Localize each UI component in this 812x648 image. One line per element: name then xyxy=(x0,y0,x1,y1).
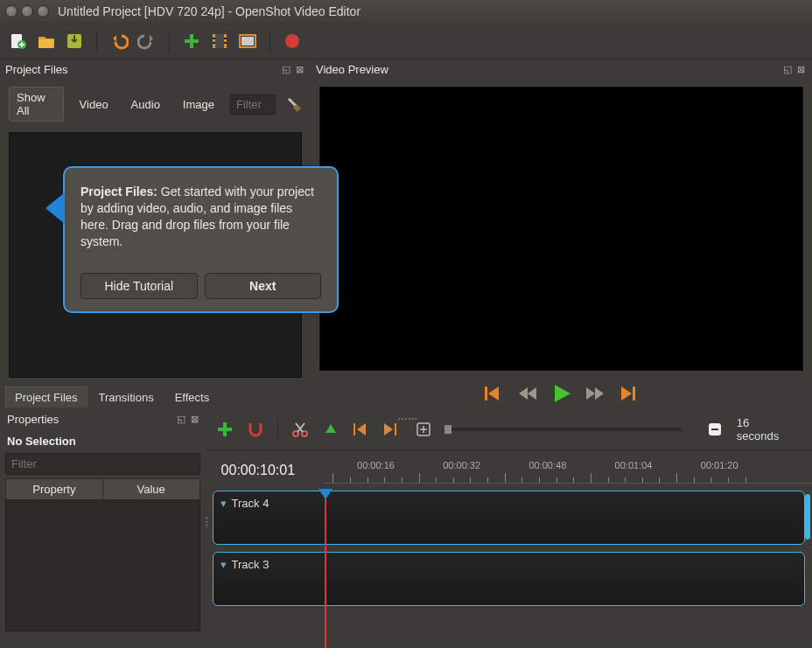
center-playhead-button[interactable] xyxy=(414,420,432,439)
rewind-button[interactable] xyxy=(518,387,537,400)
razor-button[interactable] xyxy=(290,420,309,439)
timeline-body[interactable]: 00:00:10:01 00:00:1600:00:3200:00:4800:0… xyxy=(206,450,812,606)
svg-rect-13 xyxy=(485,387,487,401)
filter-video[interactable]: Video xyxy=(73,94,116,115)
svg-rect-18 xyxy=(395,423,396,435)
properties-title: Properties xyxy=(7,413,59,426)
jump-end-button[interactable] xyxy=(621,387,639,401)
timeline-vertical-scrollbar[interactable] xyxy=(805,494,810,540)
track-collapse-icon[interactable]: ▾ xyxy=(220,558,227,571)
choose-profile-button[interactable] xyxy=(210,31,229,51)
new-project-button[interactable] xyxy=(9,31,28,51)
ruler-label: 00:00:48 xyxy=(528,460,566,470)
svg-rect-6 xyxy=(213,42,215,44)
svg-rect-7 xyxy=(224,38,227,39)
callout-arrow-icon xyxy=(46,192,65,224)
properties-col-property: Property xyxy=(6,479,103,499)
zoom-toggle-icon[interactable] xyxy=(706,420,724,439)
fast-forward-button[interactable] xyxy=(586,387,606,400)
panel-float-icon[interactable]: ◱ xyxy=(177,414,186,425)
properties-panel: Properties ◱ ⊠ No Selection Property Val… xyxy=(0,409,206,631)
ruler-label: 00:01:04 xyxy=(615,460,653,470)
timeline-ruler[interactable]: 00:00:1600:00:3200:00:4800:01:0400:01:20 xyxy=(325,461,812,484)
svg-rect-5 xyxy=(213,38,215,39)
current-time-label: 00:00:10:01 xyxy=(213,456,325,484)
clear-filter-icon[interactable] xyxy=(284,95,302,113)
properties-table-body[interactable] xyxy=(5,500,200,631)
prev-marker-button[interactable] xyxy=(352,420,370,439)
properties-table-header: Property Value xyxy=(5,478,200,500)
filter-show-all[interactable]: Show All xyxy=(9,87,64,122)
svg-rect-8 xyxy=(224,42,227,44)
tutorial-callout: Project Files: Get started with your pro… xyxy=(63,166,339,313)
ruler-label: 00:00:16 xyxy=(357,460,395,470)
playhead[interactable] xyxy=(325,491,326,648)
panel-float-icon[interactable]: ◱ xyxy=(282,64,290,75)
svg-rect-17 xyxy=(354,423,355,435)
ruler-label: 00:01:20 xyxy=(701,460,738,470)
svg-rect-10 xyxy=(242,37,254,45)
tab-effects[interactable]: Effects xyxy=(165,387,220,408)
next-tutorial-button[interactable]: Next xyxy=(205,273,322,299)
svg-rect-4 xyxy=(215,34,224,48)
tab-project-files[interactable]: Project Files xyxy=(5,387,88,408)
redo-button[interactable] xyxy=(137,31,157,51)
window-title: Untitled Project [HDV 720 24p] - OpenSho… xyxy=(58,4,360,18)
video-preview-canvas[interactable] xyxy=(319,87,803,371)
timeline-panel: 16 seconds 00:00:10:01 00:00:1600:00:320… xyxy=(206,409,812,631)
add-marker-button[interactable] xyxy=(321,420,340,439)
properties-filter-input[interactable] xyxy=(5,453,200,475)
next-marker-button[interactable] xyxy=(383,420,402,439)
save-project-button[interactable] xyxy=(65,31,84,51)
window-minimize-button[interactable] xyxy=(21,5,33,17)
panel-close-icon[interactable]: ⊠ xyxy=(191,414,199,425)
track-collapse-icon[interactable]: ▾ xyxy=(220,497,227,510)
video-preview-panel: Video Preview ◱ ⊠ xyxy=(311,59,812,409)
undo-button[interactable] xyxy=(109,31,129,51)
window-close-button[interactable] xyxy=(5,5,18,17)
filter-image[interactable]: Image xyxy=(176,94,221,115)
track-resize-grip[interactable]: ••• xyxy=(199,517,214,527)
tab-transitions[interactable]: Transitions xyxy=(89,387,164,408)
add-track-button[interactable] xyxy=(216,420,234,439)
properties-no-selection: No Selection xyxy=(0,429,206,453)
fullscreen-button[interactable] xyxy=(238,31,257,51)
window-maximize-button[interactable] xyxy=(37,5,49,17)
track-name: Track 4 xyxy=(232,497,270,510)
properties-col-value: Value xyxy=(103,479,200,499)
panel-float-icon[interactable]: ◱ xyxy=(783,64,792,75)
snap-button[interactable] xyxy=(247,420,265,439)
project-files-filter-input[interactable] xyxy=(230,94,276,115)
import-files-button[interactable] xyxy=(182,31,201,51)
main-toolbar xyxy=(0,23,812,59)
svg-point-11 xyxy=(285,34,299,48)
zoom-slider[interactable] xyxy=(444,428,681,431)
zoom-label: 16 seconds xyxy=(737,416,802,442)
hide-tutorial-button[interactable]: Hide Tutorial xyxy=(80,273,198,299)
timeline-track[interactable]: ▾Track 4 xyxy=(213,491,805,545)
filter-audio[interactable]: Audio xyxy=(124,94,167,115)
panel-close-icon[interactable]: ⊠ xyxy=(296,64,304,75)
panel-close-icon[interactable]: ⊠ xyxy=(797,64,805,75)
play-button[interactable] xyxy=(553,385,570,402)
project-files-title: Project Files xyxy=(5,63,68,76)
window-titlebar: Untitled Project [HDV 720 24p] - OpenSho… xyxy=(0,0,812,23)
tutorial-text: Project Files: Get started with your pro… xyxy=(80,184,321,250)
transport-controls xyxy=(311,376,812,409)
video-preview-title: Video Preview xyxy=(316,63,388,76)
export-video-button[interactable] xyxy=(283,31,302,51)
ruler-label: 00:00:32 xyxy=(443,460,480,470)
timeline-track[interactable]: ▾Track 3 xyxy=(213,552,805,606)
open-project-button[interactable] xyxy=(37,31,56,51)
jump-start-button[interactable] xyxy=(485,387,502,401)
svg-rect-21 xyxy=(711,429,718,430)
track-name: Track 3 xyxy=(232,558,270,571)
svg-rect-14 xyxy=(633,387,635,401)
